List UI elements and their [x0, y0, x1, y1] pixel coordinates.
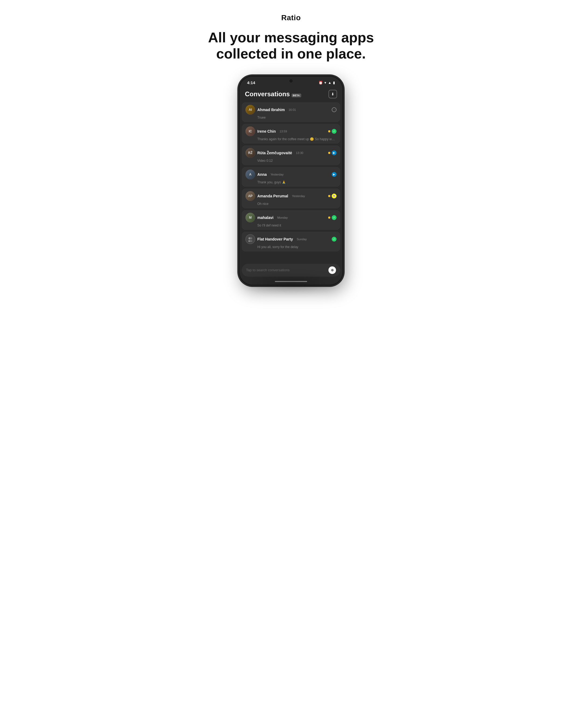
conversation-item[interactable]: A Anna Yesterday ▶ Thank you, guys 🙏 [242, 167, 340, 187]
contact-name: Irene Chin [257, 129, 276, 133]
sent-arrow-icon: › [332, 107, 336, 112]
avatar: RŽ [246, 148, 255, 158]
search-placeholder: Tap to search conversations [246, 268, 290, 272]
avatar: M [246, 213, 255, 223]
message-time: 16:01 [288, 108, 296, 111]
unread-dot [328, 130, 330, 132]
message-time: Sunday [297, 237, 307, 241]
conv-right: 👻 [328, 193, 336, 199]
conversation-item[interactable]: M mahalavi Monday ✓ So I'll def need it [242, 210, 340, 230]
conv-right: ▶ [328, 151, 336, 155]
signal-icon: ▲ [328, 81, 331, 85]
avatar: IC [246, 127, 255, 136]
message-preview: Video 0:12 [246, 159, 336, 163]
message-time: Yesterday [292, 194, 305, 198]
conv-right: ✓ [332, 237, 336, 241]
status-icons: ⏰ ▾ ▲ ▮ [318, 81, 335, 85]
svg-point-3 [250, 240, 252, 242]
conv-right: › [332, 107, 336, 112]
message-time: Monday [277, 216, 288, 219]
phone-shadow [240, 272, 342, 294]
conversation-item[interactable]: RŽ Rūta Žemčugovaitė 13:30 ▶ Video 0:12 [242, 145, 340, 165]
unread-dot [328, 195, 330, 197]
message-time: 13:59 [279, 130, 287, 133]
contact-name: mahalavi [257, 215, 274, 220]
conversation-item[interactable]: AP Amanda Perumal Yesterday 👻 Oh nice [242, 188, 340, 208]
conv-right: ✓ [328, 215, 336, 220]
conversation-item[interactable]: IC Irene Chin 13:59 ✓ Thanks again for t… [242, 124, 340, 144]
phone-mockup: 4:14 ⏰ ▾ ▲ ▮ Conversations BETA ⬇ [239, 76, 343, 286]
tagline: All your messaging apps collected in one… [197, 30, 385, 62]
conversations-title: Conversations BETA [245, 90, 301, 98]
message-preview: Oh nice [246, 202, 336, 206]
beta-badge: BETA [292, 94, 301, 97]
whatsapp-icon: ✓ [332, 129, 336, 134]
avatar: AI [246, 105, 255, 114]
message-preview: So I'll def need it [246, 224, 336, 227]
avatar: A [246, 170, 255, 179]
message-time: 13:30 [296, 151, 303, 155]
conv-right: ✓ [328, 129, 336, 134]
contact-name: Flat Handover Party [257, 237, 293, 241]
snapchat-icon: 👻 [332, 193, 336, 199]
avatar-img [246, 234, 255, 244]
avatar-img: A [246, 170, 255, 179]
message-preview: Thank you, guys 🙏 [246, 180, 336, 184]
avatar [246, 234, 255, 244]
phone-frame: 4:14 ⏰ ▾ ▲ ▮ Conversations BETA ⬇ [239, 76, 343, 286]
inbox-icon: ⬇ [331, 92, 334, 96]
conversation-list: AI Ahmad Ibrahim 16:01 › Truee [240, 102, 342, 262]
avatar-img: AP [246, 191, 255, 201]
conversation-item[interactable]: Flat Handover Party Sunday ✓ Hi you all,… [242, 232, 340, 252]
unread-dot [328, 152, 330, 154]
wifi-icon: ▾ [325, 81, 326, 85]
telegram-icon: ▶ [332, 172, 336, 177]
battery-icon: ▮ [333, 81, 335, 85]
status-time: 4:14 [247, 80, 255, 85]
conversations-header: Conversations BETA ⬇ [240, 86, 342, 102]
message-preview: Thanks again for the coffee meet up 😊 So… [246, 137, 336, 141]
inbox-button[interactable]: ⬇ [329, 90, 337, 98]
alarm-icon: ⏰ [318, 81, 323, 85]
message-preview: Truee [246, 116, 336, 120]
contact-name: Ahmad Ibrahim [257, 108, 285, 112]
conversation-item[interactable]: AI Ahmad Ibrahim 16:01 › Truee [242, 102, 340, 122]
svg-point-1 [250, 237, 252, 239]
contact-name: Rūta Žemčugovaitė [257, 151, 292, 155]
unread-dot [328, 216, 330, 219]
message-preview: Hi you all, sorry for the delay [246, 245, 336, 249]
phone-screen: 4:14 ⏰ ▾ ▲ ▮ Conversations BETA ⬇ [240, 77, 342, 285]
whatsapp-icon: ✓ [332, 237, 336, 241]
contact-name: Anna [257, 172, 267, 177]
camera-dot [289, 79, 293, 82]
avatar-img: IC [246, 127, 255, 136]
conv-right: ▶ [332, 172, 336, 177]
avatar-img: M [246, 213, 255, 223]
whatsapp-icon: ✓ [332, 215, 336, 220]
contact-name: Amanda Perumal [257, 194, 288, 198]
avatar-img: AI [246, 105, 255, 114]
avatar-img: RŽ [246, 148, 255, 158]
app-title: Ratio [281, 14, 301, 22]
avatar: AP [246, 191, 255, 201]
search-icon: ⊕ [331, 268, 334, 272]
telegram-icon: ▶ [332, 151, 336, 155]
title-text: Conversations [245, 90, 290, 98]
status-bar: 4:14 ⏰ ▾ ▲ ▮ [240, 77, 342, 86]
message-time: Yesterday [271, 173, 284, 176]
